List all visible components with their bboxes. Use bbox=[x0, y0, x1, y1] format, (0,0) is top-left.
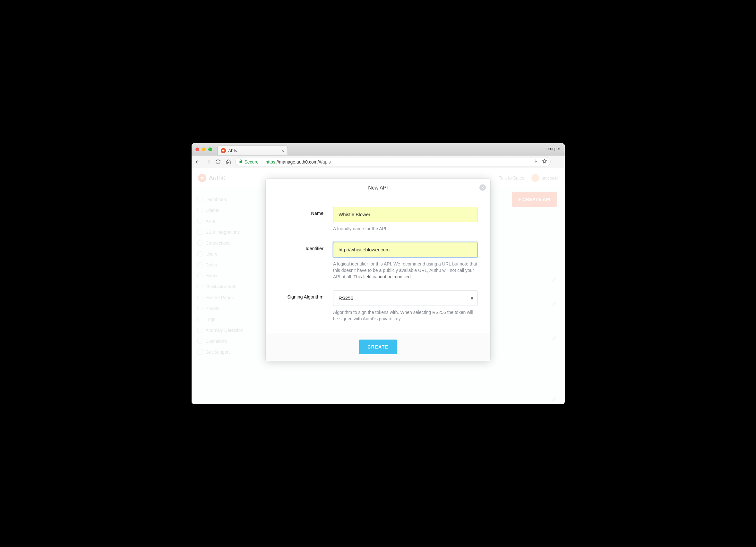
chrome-menu-icon[interactable]: ⋮ bbox=[554, 158, 562, 166]
create-button[interactable]: CREATE bbox=[359, 339, 397, 354]
traffic-lights bbox=[195, 148, 212, 151]
forward-icon bbox=[204, 158, 211, 166]
modal-footer: CREATE bbox=[266, 333, 490, 361]
close-icon[interactable]: ✕ bbox=[479, 184, 486, 191]
form-row-identifier: Identifier A logical identifier for this… bbox=[279, 242, 477, 280]
auth0-favicon-icon bbox=[221, 148, 226, 153]
back-icon[interactable] bbox=[194, 158, 201, 166]
chrome-profile-label[interactable]: prosper bbox=[546, 147, 560, 151]
new-api-modal: New API ✕ Name A friendly name for the A… bbox=[266, 179, 490, 361]
bookmark-star-icon[interactable] bbox=[542, 159, 547, 165]
divider: | bbox=[262, 159, 263, 165]
algorithm-select[interactable] bbox=[333, 290, 477, 306]
modal-body: Name A friendly name for the API. Identi… bbox=[266, 193, 490, 333]
identifier-input[interactable] bbox=[333, 242, 477, 258]
pin-icon[interactable] bbox=[534, 159, 538, 165]
secure-label: Secure bbox=[245, 159, 259, 165]
address-bar-icons bbox=[534, 159, 547, 165]
reload-icon[interactable] bbox=[215, 158, 222, 166]
name-input[interactable] bbox=[333, 207, 477, 222]
tab-title: APIs bbox=[228, 149, 237, 153]
url: https://manage.auth0.com/#/apis bbox=[266, 159, 331, 165]
modal-title: New API bbox=[266, 179, 490, 193]
window-close-icon[interactable] bbox=[195, 148, 199, 151]
name-help: A friendly name for the API. bbox=[333, 226, 477, 232]
lock-icon bbox=[239, 159, 243, 164]
browser-window: APIs × prosper Secure | https://manage.a… bbox=[192, 143, 565, 404]
address-bar[interactable]: Secure | https://manage.auth0.com/#/apis bbox=[235, 157, 551, 167]
modal-overlay[interactable]: New API ✕ Name A friendly name for the A… bbox=[192, 168, 565, 404]
form-row-algorithm: Signing Algorithm ▲▼ Algorithm to sign t… bbox=[279, 290, 477, 322]
identifier-label: Identifier bbox=[279, 242, 323, 280]
window-minimize-icon[interactable] bbox=[202, 148, 206, 151]
tab-close-icon[interactable]: × bbox=[281, 148, 284, 153]
toolbar: Secure | https://manage.auth0.com/#/apis… bbox=[192, 156, 565, 168]
identifier-help: A logical identifier for this API. We re… bbox=[333, 261, 477, 280]
name-label: Name bbox=[279, 207, 323, 232]
tab-bar: APIs × prosper bbox=[192, 143, 565, 156]
page: Auth0 Talk to Sales unicoder Dashboard C… bbox=[192, 168, 565, 404]
form-row-name: Name A friendly name for the API. bbox=[279, 207, 477, 232]
browser-tab[interactable]: APIs × bbox=[217, 146, 288, 155]
window-maximize-icon[interactable] bbox=[208, 148, 212, 151]
home-icon[interactable] bbox=[225, 158, 232, 166]
algorithm-help: Algorithm to sign the tokens with. When … bbox=[333, 309, 477, 322]
algorithm-label: Signing Algorithm bbox=[279, 290, 323, 322]
